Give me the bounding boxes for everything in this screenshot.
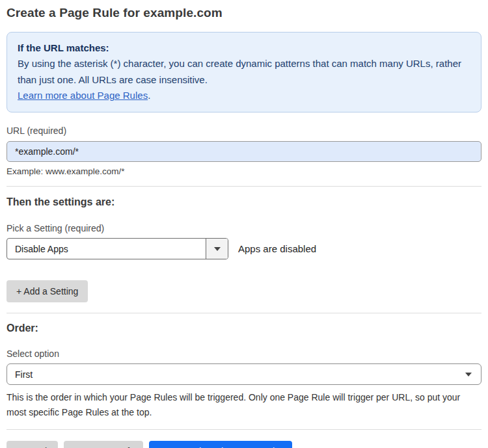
create-page-rule-form: Create a Page Rule for example.com If th… [0, 6, 488, 448]
url-input[interactable] [7, 141, 481, 162]
url-field-label: URL (required) [7, 125, 481, 136]
setting-dropdown-value: Disable Apps [7, 239, 206, 259]
setting-dropdown-button[interactable] [206, 239, 228, 259]
info-box-heading: If the URL matches: [18, 40, 470, 56]
divider [7, 313, 481, 313]
divider [7, 186, 481, 187]
info-box-body: By using the asterisk (*) character, you… [18, 56, 470, 88]
setting-dropdown[interactable]: Disable Apps [7, 238, 228, 259]
caret-down-icon [465, 373, 472, 376]
add-setting-button[interactable]: + Add a Setting [7, 280, 88, 302]
order-help-text: This is the order in which your Page Rul… [7, 390, 475, 419]
save-and-deploy-button[interactable]: Save and Deploy Page Rule [149, 441, 292, 448]
url-example-text: Example: www.example.com/* [7, 166, 481, 176]
divider [7, 429, 481, 430]
order-section-heading: Order: [7, 323, 481, 334]
order-select-value: First [15, 369, 33, 380]
pick-setting-label: Pick a Setting (required) [7, 223, 481, 233]
setting-status-text: Apps are disabled [238, 243, 316, 254]
footer-actions: Cancel Save as Draft Save and Deploy Pag… [7, 441, 481, 448]
link-suffix: . [148, 90, 150, 101]
select-option-label: Select option [7, 349, 481, 359]
order-select[interactable]: First [7, 363, 481, 385]
learn-more-link[interactable]: Learn more about Page Rules [18, 90, 148, 101]
caret-down-icon [214, 247, 221, 251]
page-title: Create a Page Rule for example.com [7, 6, 481, 20]
cancel-button[interactable]: Cancel [7, 441, 58, 448]
setting-row: Disable Apps Apps are disabled [7, 238, 481, 259]
url-match-info-box: If the URL matches: By using the asteris… [7, 32, 481, 112]
save-as-draft-button[interactable]: Save as Draft [64, 441, 143, 448]
settings-section-heading: Then the settings are: [7, 196, 481, 208]
info-box-link-line: Learn more about Page Rules. [18, 88, 470, 103]
